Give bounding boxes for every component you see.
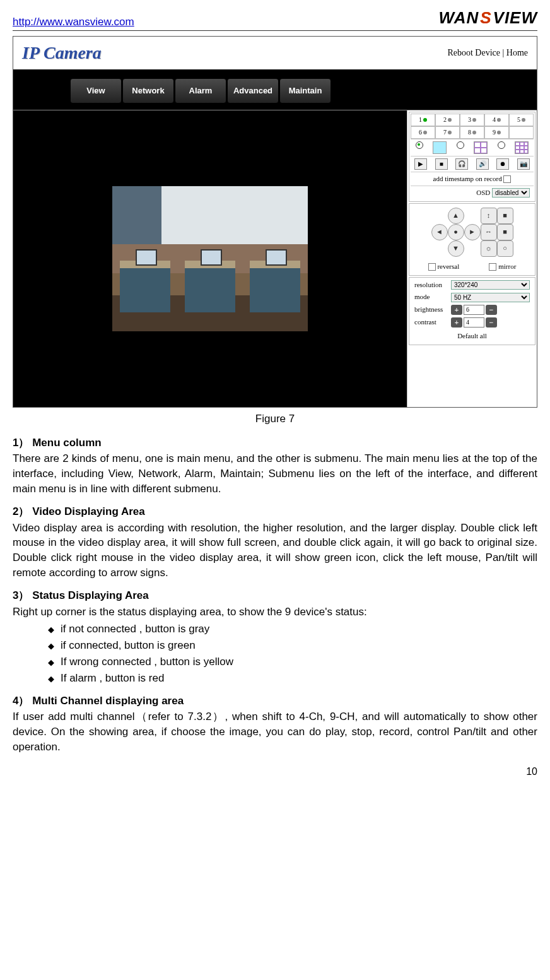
main-area: 1 2 3 4 5 6 7 8 9 — [13, 110, 537, 407]
resolution-row: resolution 320*240 — [411, 279, 534, 291]
source-url-link[interactable]: http://www.wansview.com — [13, 15, 134, 30]
reversal-checkbox[interactable] — [428, 263, 436, 271]
video-feed-office — [112, 186, 308, 331]
ptz-vpatrol-icon[interactable]: ↕ — [481, 208, 497, 224]
status-item: if connected, button is green — [48, 638, 537, 653]
divider — [13, 69, 537, 78]
section-2-heading: 2） Video Displaying Area — [13, 504, 537, 519]
channel-2[interactable]: 2 — [435, 114, 460, 126]
section-2-body: Video display area is according with res… — [13, 521, 537, 581]
app-top-bar: IP Camera Reboot Device | Home — [13, 37, 537, 69]
mode-select[interactable]: 50 HZ — [451, 293, 530, 302]
brightness-minus[interactable]: − — [486, 305, 497, 315]
channel-8[interactable]: 8 — [460, 126, 484, 139]
ptz-stop2-icon[interactable]: ■ — [497, 224, 513, 240]
channel-3[interactable]: 3 — [460, 114, 484, 126]
ptz-center-icon[interactable]: ● — [448, 224, 464, 240]
play-icon[interactable]: ▶ — [414, 158, 427, 170]
ptz-pad: ▲ ↕ ■ ◄ ● ► ↔ ■ ▼ ☼ ○ — [411, 205, 534, 259]
resolution-select[interactable]: 320*240 — [451, 280, 530, 290]
ipcamera-logo: IP Camera — [22, 40, 102, 65]
layout-1-radio[interactable] — [416, 141, 423, 149]
brightness-value: 6 — [464, 305, 484, 315]
layout-9-icon[interactable] — [515, 141, 529, 154]
status-list: if not connected , button is gray if con… — [13, 622, 537, 685]
timestamp-row: add timestamp on record — [411, 172, 534, 186]
playback-controls: ▶ ■ 🎧 🔊 ⏺ 📷 — [411, 156, 534, 172]
ptz-down-icon[interactable]: ▼ — [448, 240, 464, 257]
contrast-value: 4 — [464, 317, 484, 328]
top-links[interactable]: Reboot Device | Home — [447, 47, 528, 59]
menu-advanced[interactable]: Advanced — [227, 78, 279, 103]
ptz-right-icon[interactable]: ► — [464, 224, 481, 240]
channel-9[interactable]: 9 — [484, 126, 509, 139]
page-header: http://www.wansview.com WANSVIEW — [13, 6, 537, 31]
section-3-body: Right up corner is the status displaying… — [13, 605, 537, 620]
section-1-heading: 1） Menu column — [13, 435, 537, 451]
wansview-logo: WANSVIEW — [439, 6, 537, 29]
brightness-row: brightness + 6 − — [411, 304, 534, 316]
channel-4[interactable]: 4 — [484, 114, 509, 126]
ptz-io1-icon[interactable]: ☼ — [481, 240, 497, 257]
status-item: If alarm , button is red — [48, 671, 537, 686]
layout-1-icon[interactable] — [433, 141, 447, 154]
status-item: If wrong connected , button is yellow — [48, 654, 537, 670]
flip-row: reversal mirror — [411, 259, 534, 274]
section-4-heading: 4） Multi Channel displaying area — [13, 694, 537, 709]
timestamp-checkbox[interactable] — [503, 175, 511, 183]
channel-status-grid: 1 2 3 4 5 6 7 8 9 — [411, 114, 534, 139]
ptz-left-icon[interactable]: ◄ — [431, 224, 448, 240]
mirror-checkbox[interactable] — [489, 263, 496, 271]
stop-icon[interactable]: ■ — [435, 158, 448, 170]
video-display-area[interactable] — [13, 110, 407, 407]
layout-selector — [411, 139, 534, 156]
mode-row: mode 50 HZ — [411, 291, 534, 303]
menu-maintain[interactable]: Maintain — [279, 78, 331, 103]
contrast-minus[interactable]: − — [486, 317, 497, 328]
channel-5[interactable]: 5 — [509, 114, 534, 126]
ptz-hpatrol-icon[interactable]: ↔ — [481, 224, 497, 240]
channel-1[interactable]: 1 — [411, 114, 435, 126]
layout-9-radio[interactable] — [498, 141, 505, 149]
menu-network[interactable]: Network — [122, 78, 174, 103]
ptz-up-icon[interactable]: ▲ — [448, 208, 464, 224]
contrast-row: contrast + 4 − — [411, 316, 534, 329]
figure-caption: Figure 7 — [13, 411, 537, 427]
snapshot-icon[interactable]: 📷 — [517, 158, 530, 170]
ptz-panel: ▲ ↕ ■ ◄ ● ► ↔ ■ ▼ ☼ ○ reversal — [409, 203, 535, 276]
settings-panel: resolution 320*240 mode 50 HZ brightness… — [409, 277, 535, 345]
mic-icon[interactable]: 🔊 — [476, 158, 489, 170]
divider — [13, 103, 537, 110]
app-screenshot: IP Camera Reboot Device | Home View Netw… — [13, 36, 537, 407]
status-item: if not connected , button is gray — [48, 622, 537, 637]
section-1-body: There are 2 kinds of menu, one is main m… — [13, 451, 537, 496]
record-icon[interactable]: ⏺ — [496, 158, 509, 170]
audio-icon[interactable]: 🎧 — [455, 158, 468, 170]
brightness-plus[interactable]: + — [451, 305, 462, 315]
side-panel: 1 2 3 4 5 6 7 8 9 — [407, 110, 537, 407]
page-number: 10 — [13, 765, 537, 779]
menu-view[interactable]: View — [70, 78, 122, 103]
contrast-plus[interactable]: + — [451, 317, 462, 328]
layout-4-icon[interactable] — [474, 141, 488, 154]
menu-alarm[interactable]: Alarm — [175, 78, 226, 103]
ptz-io2-icon[interactable]: ○ — [497, 240, 513, 257]
status-panel: 1 2 3 4 5 6 7 8 9 — [409, 112, 535, 202]
section-4-body: If user add multi channel（refer to 7.3.2… — [13, 709, 537, 754]
channel-7[interactable]: 7 — [435, 126, 460, 139]
osd-select[interactable]: disabled — [492, 188, 530, 198]
default-all-button[interactable]: Default all — [411, 329, 534, 343]
layout-4-radio[interactable] — [457, 141, 464, 149]
channel-6[interactable]: 6 — [411, 126, 435, 139]
main-menu: View Network Alarm Advanced Maintain — [13, 78, 537, 103]
section-3-heading: 3） Status Displaying Area — [13, 588, 537, 603]
ptz-stop-icon[interactable]: ■ — [497, 208, 513, 224]
osd-row: OSD disabled — [411, 186, 534, 199]
